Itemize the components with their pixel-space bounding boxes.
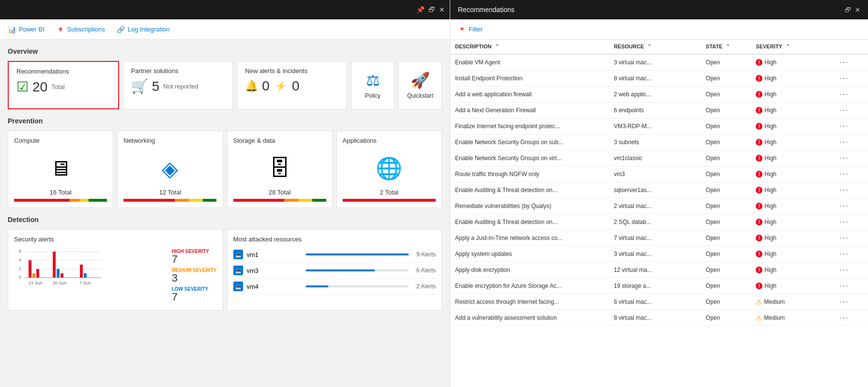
recommendations-card[interactable]: Recommendations ☑ 20 Total <box>8 61 119 109</box>
table-row[interactable]: Finalize Internet facing endpoint protec… <box>450 119 868 134</box>
row-action[interactable]: ··· <box>835 214 868 230</box>
compute-card[interactable]: Compute 🖥 16 Total <box>8 131 113 208</box>
row-action[interactable]: ··· <box>835 310 868 326</box>
partner-solutions-card[interactable]: Partner solutions 🛒 5 Not reported <box>123 61 233 109</box>
row-action[interactable]: ··· <box>835 166 868 182</box>
col-resource-header[interactable]: RESOURCE ⌃ <box>609 40 701 54</box>
table-row[interactable]: Add a Next Generation Firewall6 endpoint… <box>450 103 868 119</box>
toolbar: 📊 Power BI 🔻 Subscriptions 🔗 Log Integra… <box>0 19 450 40</box>
more-button[interactable]: ··· <box>839 122 849 130</box>
col-action-header <box>835 40 868 54</box>
compute-title: Compute <box>14 137 107 144</box>
row-action[interactable]: ··· <box>835 134 868 150</box>
policy-card[interactable]: ⚖ Policy <box>351 61 395 109</box>
row-action[interactable]: ··· <box>835 150 868 166</box>
more-button[interactable]: ··· <box>839 138 849 146</box>
more-button[interactable]: ··· <box>839 234 849 242</box>
row-action[interactable]: ··· <box>835 87 868 103</box>
subscriptions-button[interactable]: 🔻 Subscriptions <box>56 26 105 33</box>
table-row[interactable]: Enable Auditing & Threat detection on...… <box>450 214 868 230</box>
power-bi-label: Power BI <box>19 26 45 33</box>
resource-row-vm3[interactable]: 💻 vm3 6 Alerts <box>233 263 436 279</box>
networking-progress-high <box>123 199 175 202</box>
more-button[interactable]: ··· <box>839 282 849 290</box>
policy-label: Policy <box>365 92 381 99</box>
row-action[interactable]: ··· <box>835 246 868 262</box>
networking-icon: ◈ <box>162 156 178 181</box>
storage-data-card[interactable]: Storage & data 🗄 28 Total <box>227 131 333 208</box>
high-severity-dot: ! <box>756 107 762 114</box>
table-row[interactable]: Enable Network Security Groups on virt..… <box>450 150 868 166</box>
table-row[interactable]: Enable encryption for Azure Storage Ac..… <box>450 278 868 294</box>
compute-progress-high <box>14 199 70 202</box>
row-action[interactable]: ··· <box>835 54 868 71</box>
restore-icon[interactable]: 🗗 <box>428 6 435 14</box>
high-severity-dot: ! <box>756 123 762 130</box>
col-severity-header[interactable]: SEVERITY ⌃ <box>751 40 835 54</box>
table-row[interactable]: Install Endpoint Protection8 virtual mac… <box>450 71 868 87</box>
storage-total: 28 Total <box>233 189 326 196</box>
close-icon[interactable]: ✕ <box>439 6 445 14</box>
high-severity-dot: ! <box>756 155 762 162</box>
row-action[interactable]: ··· <box>835 294 868 310</box>
more-button[interactable]: ··· <box>839 202 849 210</box>
col-state-header[interactable]: STATE ⌃ <box>701 40 751 54</box>
new-alerts-content: 🔔 0 ⚡ 0 <box>245 78 339 94</box>
right-restore-icon[interactable]: 🗗 <box>845 6 851 14</box>
table-row[interactable]: Enable Network Security Groups on sub...… <box>450 134 868 150</box>
more-button[interactable]: ··· <box>839 298 849 306</box>
more-button[interactable]: ··· <box>839 170 849 178</box>
table-row[interactable]: Remediate vulnerabilities (by Qualys)2 v… <box>450 198 868 214</box>
more-button[interactable]: ··· <box>839 58 849 66</box>
vm4-name: vm4 <box>247 283 298 290</box>
more-button[interactable]: ··· <box>839 218 849 226</box>
row-state: Open <box>701 71 751 87</box>
filter-button[interactable]: 🔻 Filter <box>458 26 483 33</box>
row-action[interactable]: ··· <box>835 71 868 87</box>
more-button[interactable]: ··· <box>839 90 849 98</box>
table-row[interactable]: Restrict access through Internet facing.… <box>450 294 868 310</box>
log-integration-button[interactable]: 🔗 Log Integration <box>117 26 170 33</box>
row-description: Restrict access through Internet facing.… <box>450 294 609 310</box>
power-bi-button[interactable]: 📊 Power BI <box>8 26 45 33</box>
more-button[interactable]: ··· <box>839 313 849 322</box>
row-action[interactable]: ··· <box>835 103 868 119</box>
networking-card[interactable]: Networking ◈ 12 Total <box>117 131 223 208</box>
row-action[interactable]: ··· <box>835 119 868 134</box>
row-action[interactable]: ··· <box>835 278 868 294</box>
description-col-label: DESCRIPTION <box>455 44 491 49</box>
resource-col-label: RESOURCE <box>614 44 644 49</box>
new-alerts-card[interactable]: New alerts & incidents 🔔 0 ⚡ 0 <box>237 61 347 109</box>
svg-rect-13 <box>61 273 63 278</box>
security-alerts-card[interactable]: Security alerts 6 4 2 0 <box>8 229 223 311</box>
quickstart-card[interactable]: 🚀 Quickstart <box>398 61 442 109</box>
severity-badge: ! High <box>756 251 777 257</box>
table-row[interactable]: Add a web application firewall2 web appl… <box>450 87 868 103</box>
table-row[interactable]: Enable Auditing & Threat detection on...… <box>450 182 868 198</box>
row-action[interactable]: ··· <box>835 230 868 246</box>
row-action[interactable]: ··· <box>835 182 868 198</box>
right-close-icon[interactable]: ✕ <box>855 6 860 14</box>
most-attacked-card[interactable]: Most attacked resources 💻 vm1 9 Alerts 💻… <box>227 229 442 311</box>
row-action[interactable]: ··· <box>835 198 868 214</box>
more-button[interactable]: ··· <box>839 186 849 194</box>
table-row[interactable]: Apply system updates3 virtual mac...Open… <box>450 246 868 262</box>
table-row[interactable]: Enable VM Agent3 virtual mac...Open! Hig… <box>450 54 868 71</box>
table-row[interactable]: Add a vulnerability assessment solution8… <box>450 310 868 326</box>
right-header-icons: 🗗 ✕ <box>845 6 860 14</box>
applications-card[interactable]: Applications 🌐 2 Total <box>336 131 442 208</box>
more-button[interactable]: ··· <box>839 74 849 82</box>
pin-icon[interactable]: 📌 <box>416 6 425 14</box>
row-action[interactable]: ··· <box>835 262 868 278</box>
more-button[interactable]: ··· <box>839 154 849 162</box>
resource-row-vm1[interactable]: 💻 vm1 9 Alerts <box>233 247 436 263</box>
table-row[interactable]: Apply disk encryption12 virtual ma...Ope… <box>450 262 868 278</box>
more-button[interactable]: ··· <box>839 266 849 274</box>
table-row[interactable]: Apply a Just-In-Time network access co..… <box>450 230 868 246</box>
resource-row-vm4[interactable]: 💻 vm4 2 Alerts <box>233 279 436 295</box>
more-button[interactable]: ··· <box>839 106 849 114</box>
storage-title: Storage & data <box>233 137 326 144</box>
more-button[interactable]: ··· <box>839 250 849 258</box>
table-row[interactable]: Route traffic through NGFW onlyvm3Open! … <box>450 166 868 182</box>
col-description-header[interactable]: DESCRIPTION ⌃ <box>450 40 609 54</box>
